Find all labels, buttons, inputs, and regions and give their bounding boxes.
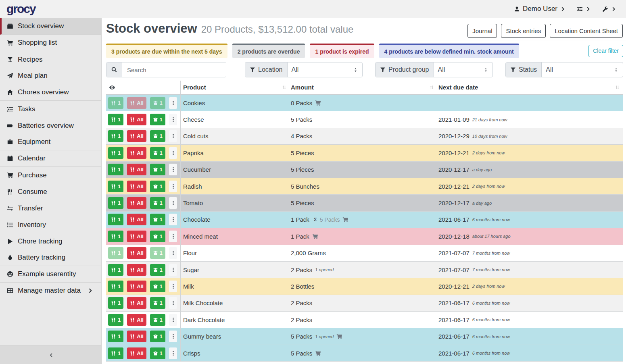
row-menu-button[interactable] <box>169 114 177 125</box>
alert-secondary[interactable]: 2 products are overdue <box>232 44 305 58</box>
product-cell[interactable]: Tomato <box>181 200 290 206</box>
row-menu-button[interactable] <box>169 231 177 242</box>
sidebar-item-recipes[interactable]: Recipes <box>0 51 101 68</box>
consume-all-button[interactable]: All <box>127 97 146 109</box>
row-menu-button[interactable] <box>169 214 177 225</box>
product-cell[interactable]: Dark Chocolate <box>181 316 290 323</box>
open-one-button[interactable]: 1 <box>150 114 165 125</box>
header-amount[interactable]: Amount <box>290 84 438 91</box>
eye-icon[interactable] <box>109 84 115 91</box>
shopping-cart-icon[interactable] <box>336 333 342 339</box>
header-product[interactable]: Product <box>181 84 290 91</box>
product-cell[interactable]: Cold cuts <box>181 133 290 139</box>
open-one-button[interactable]: 1 <box>150 197 165 209</box>
sidebar-item-manage-master-data[interactable]: Manage master data <box>0 283 101 299</box>
row-menu-button[interactable] <box>169 197 177 209</box>
open-one-button[interactable]: 1 <box>150 231 165 242</box>
consume-one-button[interactable]: 1 <box>108 164 123 175</box>
sidebar-item-meal-plan[interactable]: Meal plan <box>0 68 101 84</box>
shopping-cart-icon[interactable] <box>315 100 321 106</box>
product-cell[interactable]: Chocolate <box>181 216 290 223</box>
consume-all-button[interactable]: All <box>127 147 146 159</box>
shopping-cart-icon[interactable] <box>312 233 318 239</box>
product-cell[interactable]: Cookies <box>181 100 290 106</box>
row-menu-button[interactable] <box>169 281 177 292</box>
alert-primary[interactable]: 4 products are below defined min. stock … <box>379 44 519 58</box>
settings-menu[interactable] <box>577 6 592 12</box>
product-cell[interactable]: Sugar <box>181 266 290 273</box>
consume-one-button[interactable]: 1 <box>108 181 123 192</box>
sidebar-item-chores-overview[interactable]: Chores overview <box>0 84 101 101</box>
open-one-button[interactable]: 1 <box>150 297 165 309</box>
consume-one-button[interactable]: 1 <box>108 347 123 359</box>
consume-one-button[interactable]: 1 <box>108 314 123 326</box>
admin-menu[interactable] <box>602 6 617 12</box>
consume-all-button[interactable]: All <box>127 264 146 276</box>
open-one-button[interactable]: 1 <box>150 331 165 342</box>
product-cell[interactable]: Milk <box>181 283 290 290</box>
product-cell[interactable]: Cucumber <box>181 166 290 173</box>
filter-select[interactable]: All <box>288 62 363 77</box>
open-one-button[interactable]: 1 <box>150 130 165 142</box>
consume-one-button[interactable]: 1 <box>108 247 123 259</box>
sidebar-item-example-userentity[interactable]: Example userentity <box>0 266 101 283</box>
clear-filter-button[interactable]: Clear filter <box>588 45 623 57</box>
open-one-button[interactable]: 1 <box>150 164 165 175</box>
consume-one-button[interactable]: 1 <box>108 264 123 276</box>
open-one-button[interactable]: 1 <box>150 281 165 292</box>
consume-one-button[interactable]: 1 <box>108 130 123 142</box>
consume-all-button[interactable]: All <box>127 214 146 225</box>
product-cell[interactable]: Minced meat <box>181 233 290 240</box>
sidebar-item-stock-overview[interactable]: Stock overview <box>0 18 101 35</box>
open-one-button[interactable]: 1 <box>150 214 165 225</box>
sidebar-item-batteries-overview[interactable]: Batteries overview <box>0 117 101 134</box>
sidebar-item-inventory[interactable]: Inventory <box>0 216 101 233</box>
sidebar-item-tasks[interactable]: Tasks <box>0 101 101 117</box>
row-menu-button[interactable] <box>169 264 177 276</box>
consume-all-button[interactable]: All <box>127 297 146 309</box>
row-menu-button[interactable] <box>169 97 177 109</box>
row-menu-button[interactable] <box>169 181 177 192</box>
open-one-button[interactable]: 1 <box>150 97 165 109</box>
product-cell[interactable]: Flour <box>181 250 290 256</box>
shopping-cart-icon[interactable] <box>315 350 321 356</box>
product-cell[interactable]: Crisps <box>181 350 290 357</box>
open-one-button[interactable]: 1 <box>150 314 165 326</box>
row-menu-button[interactable] <box>169 130 177 142</box>
row-menu-button[interactable] <box>169 331 177 342</box>
consume-all-button[interactable]: All <box>127 281 146 292</box>
sort-icon[interactable] <box>282 85 287 90</box>
consume-all-button[interactable]: All <box>127 164 146 175</box>
product-cell[interactable]: Radish <box>181 183 290 190</box>
header-next-due-date[interactable]: Next due date <box>438 84 623 91</box>
sidebar-item-calendar[interactable]: Calendar <box>0 150 101 167</box>
open-one-button[interactable]: 1 <box>150 247 165 259</box>
consume-one-button[interactable]: 1 <box>108 281 123 292</box>
filter-select[interactable]: All <box>542 62 623 77</box>
row-menu-button[interactable] <box>169 164 177 175</box>
filter-select[interactable]: All <box>434 62 492 77</box>
alert-danger[interactable]: 1 product is expired <box>310 44 374 58</box>
sidebar-item-chore-tracking[interactable]: Chore tracking <box>0 233 101 250</box>
journal-button[interactable]: Journal <box>467 24 497 38</box>
row-menu-button[interactable] <box>169 297 177 309</box>
sidebar-item-equipment[interactable]: Equipment <box>0 134 101 150</box>
app-logo[interactable]: grocy <box>0 2 102 16</box>
consume-one-button[interactable]: 1 <box>108 231 123 242</box>
sidebar-item-shopping-list[interactable]: Shopping list <box>0 35 101 51</box>
consume-one-button[interactable]: 1 <box>108 297 123 309</box>
stock-entries-button[interactable]: Stock entries <box>501 24 546 38</box>
sidebar-item-transfer[interactable]: Transfer <box>0 200 101 216</box>
consume-all-button[interactable]: All <box>127 314 146 326</box>
open-one-button[interactable]: 1 <box>150 264 165 276</box>
product-cell[interactable]: Gummy bears <box>181 333 290 340</box>
consume-one-button[interactable]: 1 <box>108 97 123 109</box>
consume-all-button[interactable]: All <box>127 231 146 242</box>
sidebar-item-purchase[interactable]: Purchase <box>0 167 101 183</box>
consume-all-button[interactable]: All <box>127 197 146 209</box>
sidebar-item-consume[interactable]: Consume <box>0 183 101 200</box>
row-menu-button[interactable] <box>169 314 177 326</box>
open-one-button[interactable]: 1 <box>150 147 165 159</box>
consume-one-button[interactable]: 1 <box>108 114 123 125</box>
sort-icon[interactable] <box>429 85 434 90</box>
